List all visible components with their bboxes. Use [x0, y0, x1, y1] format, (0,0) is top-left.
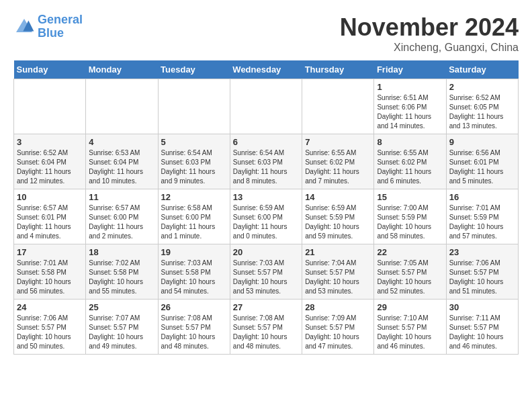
day-info: Sunrise: 6:53 AM Sunset: 6:04 PM Dayligh…: [89, 148, 154, 186]
daylight: Daylight: 10 hours and 57 minutes.: [449, 223, 504, 240]
day-number: 18: [89, 247, 154, 257]
sunset: Sunset: 5:58 PM: [89, 269, 138, 276]
month-title: November 2024: [340, 13, 519, 42]
calendar-cell: 9 Sunrise: 6:56 AM Sunset: 6:01 PM Dayli…: [446, 134, 518, 189]
weekday-header: Saturday: [446, 60, 518, 79]
daylight: Daylight: 10 hours and 53 minutes.: [233, 278, 287, 295]
day-info: Sunrise: 7:04 AM Sunset: 5:57 PM Dayligh…: [305, 259, 371, 296]
day-number: 13: [233, 192, 299, 202]
calendar-cell: 4 Sunrise: 6:53 AM Sunset: 6:04 PM Dayli…: [86, 134, 158, 189]
sunrise: Sunrise: 7:08 AM: [233, 314, 284, 322]
sunrise: Sunrise: 6:52 AM: [17, 149, 68, 156]
sunrise: Sunrise: 6:54 AM: [233, 149, 284, 156]
day-info: Sunrise: 7:08 AM Sunset: 5:57 PM Dayligh…: [161, 314, 227, 351]
daylight: Daylight: 10 hours and 51 minutes.: [449, 278, 504, 295]
daylight: Daylight: 11 hours and 5 minutes.: [449, 168, 504, 185]
daylight: Daylight: 10 hours and 46 minutes.: [377, 333, 431, 350]
calendar-cell: [14, 79, 86, 134]
sunrise: Sunrise: 7:02 AM: [89, 259, 140, 267]
day-info: Sunrise: 6:57 AM Sunset: 6:01 PM Dayligh…: [17, 203, 83, 241]
daylight: Daylight: 10 hours and 48 minutes.: [161, 333, 216, 350]
day-number: 8: [377, 137, 443, 147]
day-info: Sunrise: 7:06 AM Sunset: 5:57 PM Dayligh…: [17, 314, 83, 351]
calendar-cell: 17 Sunrise: 7:01 AM Sunset: 5:58 PM Dayl…: [14, 244, 86, 300]
day-info: Sunrise: 7:01 AM Sunset: 5:58 PM Dayligh…: [17, 259, 83, 296]
day-number: 27: [233, 302, 299, 312]
weekday-header: Wednesday: [230, 60, 302, 79]
day-number: 19: [161, 247, 227, 257]
logo-text: General Blue: [38, 13, 83, 40]
sunset: Sunset: 6:04 PM: [17, 158, 66, 166]
sunrise: Sunrise: 7:03 AM: [161, 259, 212, 267]
sunset: Sunset: 5:57 PM: [17, 324, 66, 331]
sunrise: Sunrise: 7:01 AM: [17, 259, 68, 267]
sunset: Sunset: 6:06 PM: [377, 103, 427, 111]
calendar-cell: 5 Sunrise: 6:54 AM Sunset: 6:03 PM Dayli…: [158, 134, 230, 189]
daylight: Daylight: 10 hours and 56 minutes.: [17, 278, 71, 295]
sunset: Sunset: 5:57 PM: [449, 324, 499, 331]
calendar-cell: 18 Sunrise: 7:02 AM Sunset: 5:58 PM Dayl…: [86, 244, 158, 300]
sunset: Sunset: 5:57 PM: [161, 324, 211, 331]
daylight: Daylight: 11 hours and 12 minutes.: [17, 168, 71, 185]
sunset: Sunset: 5:57 PM: [233, 324, 283, 331]
sunrise: Sunrise: 7:10 AM: [377, 314, 428, 322]
calendar-body: 1 Sunrise: 6:51 AM Sunset: 6:06 PM Dayli…: [14, 79, 519, 355]
daylight: Daylight: 11 hours and 2 minutes.: [89, 223, 143, 240]
sunrise: Sunrise: 6:53 AM: [89, 149, 140, 156]
calendar-header: SundayMondayTuesdayWednesdayThursdayFrid…: [14, 60, 519, 79]
sunset: Sunset: 5:59 PM: [377, 214, 427, 221]
day-info: Sunrise: 6:51 AM Sunset: 6:06 PM Dayligh…: [377, 93, 443, 131]
day-info: Sunrise: 7:00 AM Sunset: 5:59 PM Dayligh…: [377, 203, 443, 241]
day-info: Sunrise: 7:10 AM Sunset: 5:57 PM Dayligh…: [377, 314, 443, 351]
location: Xincheng, Guangxi, China: [340, 42, 519, 54]
sunset: Sunset: 5:57 PM: [449, 269, 499, 276]
day-info: Sunrise: 7:11 AM Sunset: 5:57 PM Dayligh…: [449, 314, 515, 351]
day-number: 26: [161, 302, 227, 312]
daylight: Daylight: 10 hours and 58 minutes.: [377, 223, 431, 240]
sunrise: Sunrise: 7:00 AM: [377, 204, 428, 212]
calendar-cell: 7 Sunrise: 6:55 AM Sunset: 6:02 PM Dayli…: [302, 134, 374, 189]
sunrise: Sunrise: 7:01 AM: [449, 204, 500, 212]
sunrise: Sunrise: 7:11 AM: [449, 314, 500, 322]
daylight: Daylight: 11 hours and 8 minutes.: [233, 168, 287, 185]
day-info: Sunrise: 7:08 AM Sunset: 5:57 PM Dayligh…: [233, 314, 299, 351]
sunrise: Sunrise: 6:55 AM: [377, 149, 428, 156]
calendar-cell: 3 Sunrise: 6:52 AM Sunset: 6:04 PM Dayli…: [14, 134, 86, 189]
day-number: 14: [305, 192, 371, 202]
calendar-cell: [230, 79, 302, 134]
sunrise: Sunrise: 6:54 AM: [161, 149, 212, 156]
sunset: Sunset: 5:57 PM: [377, 324, 427, 331]
day-info: Sunrise: 7:05 AM Sunset: 5:57 PM Dayligh…: [377, 259, 443, 296]
daylight: Daylight: 11 hours and 7 minutes.: [305, 168, 359, 185]
calendar-cell: 12 Sunrise: 6:58 AM Sunset: 6:00 PM Dayl…: [158, 189, 230, 244]
calendar-cell: [86, 79, 158, 134]
calendar-cell: 11 Sunrise: 6:57 AM Sunset: 6:00 PM Dayl…: [86, 189, 158, 244]
calendar-cell: 30 Sunrise: 7:11 AM Sunset: 5:57 PM Dayl…: [446, 300, 518, 355]
page-header: General Blue November 2024 Xincheng, Gua…: [13, 13, 519, 54]
calendar-cell: [158, 79, 230, 134]
calendar-cell: 25 Sunrise: 7:07 AM Sunset: 5:57 PM Dayl…: [86, 300, 158, 355]
daylight: Daylight: 11 hours and 4 minutes.: [17, 223, 71, 240]
day-number: 9: [449, 137, 515, 147]
day-info: Sunrise: 6:56 AM Sunset: 6:01 PM Dayligh…: [449, 148, 515, 186]
sunset: Sunset: 5:58 PM: [17, 269, 66, 276]
sunset: Sunset: 5:57 PM: [89, 324, 138, 331]
daylight: Daylight: 10 hours and 48 minutes.: [233, 333, 287, 350]
day-number: 23: [449, 247, 515, 257]
sunset: Sunset: 5:59 PM: [305, 214, 355, 221]
sunset: Sunset: 6:03 PM: [161, 158, 211, 166]
day-info: Sunrise: 6:59 AM Sunset: 5:59 PM Dayligh…: [305, 203, 371, 241]
day-number: 7: [305, 137, 371, 147]
daylight: Daylight: 11 hours and 14 minutes.: [377, 113, 431, 130]
calendar-cell: 26 Sunrise: 7:08 AM Sunset: 5:57 PM Dayl…: [158, 300, 230, 355]
calendar-cell: 10 Sunrise: 6:57 AM Sunset: 6:01 PM Dayl…: [14, 189, 86, 244]
day-number: 21: [305, 247, 371, 257]
day-info: Sunrise: 6:57 AM Sunset: 6:00 PM Dayligh…: [89, 203, 154, 241]
sunset: Sunset: 5:57 PM: [377, 269, 427, 276]
calendar-cell: 2 Sunrise: 6:52 AM Sunset: 6:05 PM Dayli…: [446, 79, 518, 134]
sunrise: Sunrise: 6:59 AM: [233, 204, 284, 212]
day-info: Sunrise: 6:55 AM Sunset: 6:02 PM Dayligh…: [377, 148, 443, 186]
day-info: Sunrise: 7:03 AM Sunset: 5:57 PM Dayligh…: [233, 259, 299, 296]
daylight: Daylight: 10 hours and 55 minutes.: [89, 278, 143, 295]
sunrise: Sunrise: 6:59 AM: [305, 204, 356, 212]
